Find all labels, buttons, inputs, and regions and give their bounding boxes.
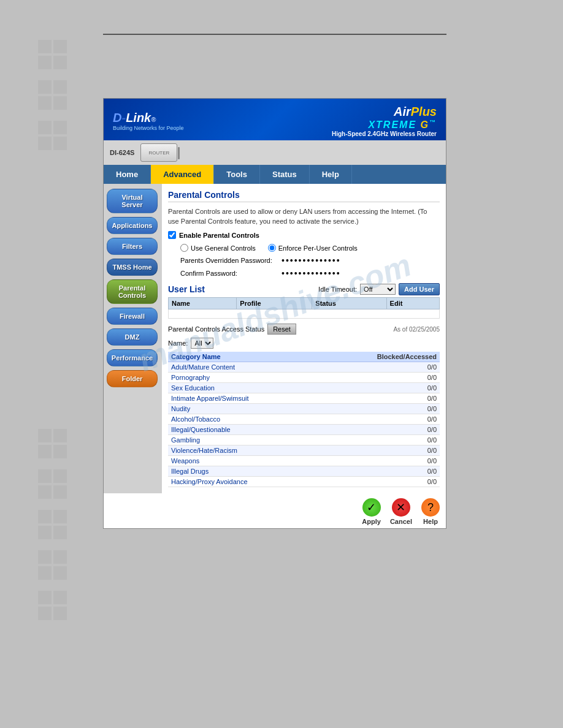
user-list-title: User List — [168, 284, 205, 294]
cancel-wrap: ✕ Cancel — [390, 498, 412, 525]
cat-col-name: Category Name — [168, 352, 320, 362]
enable-row: Enable Parental Controls — [168, 231, 440, 239]
name-filter-row: Name: All — [168, 338, 440, 349]
radio-general-input[interactable] — [180, 244, 188, 252]
dlink-logo: D-Link® — [113, 111, 184, 125]
cancel-button[interactable]: ✕ — [392, 498, 410, 517]
reset-button[interactable]: Reset — [267, 324, 296, 335]
tab-home[interactable]: Home — [104, 165, 151, 184]
help-label: Help — [423, 518, 438, 525]
user-table: Name Profile Status Edit — [168, 297, 440, 319]
cat-value: 0/0 — [320, 414, 440, 425]
confirm-label: Confirm Password: — [180, 270, 278, 277]
tab-tools[interactable]: Tools — [214, 165, 260, 184]
radio-peruser-label: Enforce Per-User Controls — [278, 245, 358, 252]
table-row: Illegal/Questionable 0/0 — [168, 425, 440, 435]
tab-status[interactable]: Status — [260, 165, 310, 184]
table-row: Adult/Mature Content 0/0 — [168, 362, 440, 373]
cat-value: 0/0 — [320, 393, 440, 404]
idle-timeout-label: Idle Timeout: — [318, 286, 357, 293]
apply-wrap: ✓ Apply — [362, 498, 381, 525]
table-row: Alcohol/Tobacco 0/0 — [168, 414, 440, 425]
table-row: Intimate Apparel/Swimsuit 0/0 — [168, 393, 440, 404]
cat-name: Intimate Apparel/Swimsuit — [168, 393, 320, 404]
radio-per-user[interactable]: Enforce Per-User Controls — [268, 244, 358, 252]
table-row: Pornography 0/0 — [168, 373, 440, 383]
access-status-row: Parental Controls Access Status Reset As… — [168, 324, 440, 335]
cat-value: 0/0 — [320, 477, 440, 487]
help-button[interactable]: ? — [421, 498, 440, 517]
router-subtitle: High-Speed 2.4GHz Wireless Router — [332, 131, 437, 137]
tab-advanced[interactable]: Advanced — [151, 165, 214, 184]
radio-general-label: Use General Controls — [191, 245, 256, 252]
apply-label: Apply — [362, 518, 381, 525]
as-of-date: As of 02/25/2005 — [393, 326, 440, 333]
table-row: Sex Education 0/0 — [168, 383, 440, 393]
router-panel: D-Link® Building Networks for People Air… — [103, 98, 446, 529]
airplus-text: AirPlus — [332, 105, 437, 119]
sidebar-folder[interactable]: Folder — [107, 370, 158, 387]
table-row: Illegal Drugs 0/0 — [168, 466, 440, 477]
user-empty-row — [169, 309, 440, 319]
table-row: Nudity 0/0 — [168, 404, 440, 414]
tab-help[interactable]: Help — [310, 165, 352, 184]
radio-general[interactable]: Use General Controls — [180, 244, 256, 252]
confirm-value: •••••••••••••• — [282, 268, 341, 278]
table-row: Gambling 0/0 — [168, 435, 440, 446]
col-status: Status — [312, 298, 386, 309]
cat-name: Weapons — [168, 456, 320, 466]
sidebar-tmss-home[interactable]: TMSS Home — [107, 259, 158, 276]
name-filter-select[interactable]: All — [191, 338, 213, 349]
sidebar-firewall[interactable]: Firewall — [107, 308, 158, 325]
radio-row: Use General Controls Enforce Per-User Co… — [168, 244, 440, 252]
cat-value: 0/0 — [320, 446, 440, 456]
category-table-header: Category Name Blocked/Accessed — [168, 352, 440, 362]
cat-name: Sex Education — [168, 383, 320, 393]
sidebar-parental-controls[interactable]: Parental Controls — [107, 279, 158, 304]
cat-name: Illegal Drugs — [168, 466, 320, 477]
apply-button[interactable]: ✓ — [362, 498, 381, 517]
password-value: •••••••••••••• — [282, 256, 341, 265]
dlink-tagline: Building Networks for People — [113, 125, 184, 131]
device-image: ROUTER — [140, 143, 177, 162]
idle-timeout-select[interactable]: Off 5 min 10 min 30 min 1 hour — [360, 284, 396, 295]
top-divider — [103, 34, 446, 35]
nav-tabs: Home Advanced Tools Status Help — [104, 165, 446, 184]
table-row: Hacking/Proxy Avoidance 0/0 — [168, 477, 440, 487]
help-wrap: ? Help — [421, 498, 440, 525]
name-filter-label: Name: — [168, 339, 188, 347]
cancel-label: Cancel — [390, 518, 412, 525]
category-table: Category Name Blocked/Accessed Adult/Mat… — [168, 352, 440, 487]
sidebar-performance[interactable]: Performance — [107, 349, 158, 366]
enable-checkbox[interactable] — [168, 231, 176, 239]
add-user-button[interactable]: Add User — [399, 283, 440, 295]
confirm-row: Confirm Password: •••••••••••••• — [168, 268, 440, 278]
cat-value: 0/0 — [320, 425, 440, 435]
cat-name: Violence/Hate/Racism — [168, 446, 320, 456]
access-status-label: Parental Controls Access Status — [168, 325, 264, 333]
router-header: D-Link® Building Networks for People Air… — [104, 99, 446, 140]
cat-name: Adult/Mature Content — [168, 362, 320, 373]
cat-name: Pornography — [168, 373, 320, 383]
cat-col-value: Blocked/Accessed — [320, 352, 440, 362]
sidebar-applications[interactable]: Applications — [107, 217, 158, 234]
idle-timeout-area: Idle Timeout: Off 5 min 10 min 30 min 1 … — [318, 283, 440, 295]
deco-squares-bottom — [38, 429, 67, 620]
cat-value: 0/0 — [320, 404, 440, 414]
radio-peruser-input[interactable] — [268, 244, 276, 252]
sidebar: Virtual Server Applications Filters TMSS… — [104, 184, 162, 493]
cat-name: Alcohol/Tobacco — [168, 414, 320, 425]
sidebar-filters[interactable]: Filters — [107, 238, 158, 255]
dlink-logo-area: D-Link® Building Networks for People — [113, 111, 184, 131]
sidebar-virtual-server[interactable]: Virtual Server — [107, 189, 158, 213]
table-row: Violence/Hate/Racism 0/0 — [168, 446, 440, 456]
sidebar-dmz[interactable]: DMZ — [107, 328, 158, 346]
table-row: Weapons 0/0 — [168, 456, 440, 466]
cat-name: Illegal/Questionable — [168, 425, 320, 435]
cat-name: Gambling — [168, 435, 320, 446]
user-list-header: User List Idle Timeout: Off 5 min 10 min… — [168, 283, 440, 295]
password-label: Parents Overridden Password: — [180, 257, 278, 264]
cat-value: 0/0 — [320, 466, 440, 477]
device-area: DI-624S ROUTER — [104, 140, 446, 165]
col-edit: Edit — [386, 298, 439, 309]
